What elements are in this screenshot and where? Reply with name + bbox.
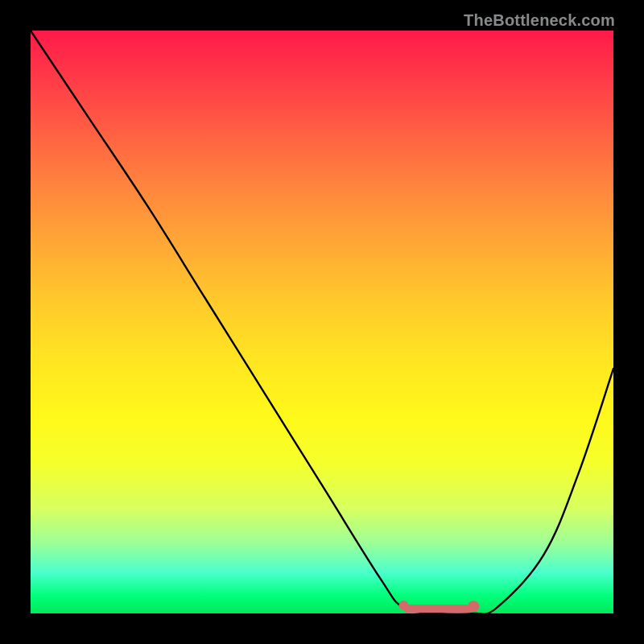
data-marker bbox=[468, 601, 479, 612]
flat-segment-bar bbox=[403, 605, 473, 613]
chart-curve bbox=[31, 31, 613, 613]
chart-frame: TheBottleneck.com bbox=[0, 0, 644, 644]
watermark-text: TheBottleneck.com bbox=[464, 11, 615, 30]
plot-area bbox=[31, 31, 613, 613]
chart-curve-group bbox=[31, 31, 613, 613]
chart-svg bbox=[31, 31, 613, 613]
data-marker bbox=[398, 601, 408, 610]
